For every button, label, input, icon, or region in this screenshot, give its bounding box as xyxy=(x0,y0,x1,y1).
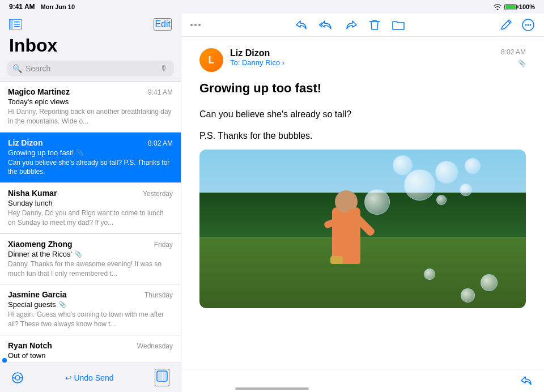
email-subject-row: Growing up too fast! 📎 xyxy=(8,148,173,157)
svg-point-15 xyxy=(530,24,532,26)
email-subject-row: Sunday lunch xyxy=(8,199,173,207)
search-placeholder: Search xyxy=(26,64,157,73)
email-subject: Sunday lunch xyxy=(8,199,53,207)
to-label: To: xyxy=(230,58,240,67)
svg-rect-0 xyxy=(9,19,13,29)
email-time: 8:02 AM xyxy=(148,139,173,147)
email-time-detail: 8:02 AM xyxy=(501,48,526,56)
forward-button[interactable] xyxy=(345,19,358,31)
email-preview: Hi Danny, Reporting back on another brea… xyxy=(8,107,173,126)
detail-toolbar-left xyxy=(295,19,405,31)
email-item-header: Xiaomeng Zhong Friday xyxy=(8,240,173,249)
email-sender: Magico Martinez xyxy=(8,87,70,96)
trash-icon xyxy=(369,19,380,31)
app-container: Edit Inbox 🔍 Search 🎙 Magico Martinez 9:… xyxy=(0,14,544,392)
email-list-item[interactable]: Jasmine Garcia Thursday Special guests 📎… xyxy=(0,284,181,335)
email-subject: Out of town xyxy=(8,351,45,360)
reply-all-icon xyxy=(319,19,334,31)
email-sender: Jasmine Garcia xyxy=(8,290,67,299)
email-subject-row: Out of town xyxy=(8,351,173,360)
email-preview: Hi again. Guess who's coming to town wit… xyxy=(8,310,173,329)
email-subject: Special guests xyxy=(8,300,56,309)
detail-panel: L Liz Dizon To: Danny Rico › 8:02 AM 📎 G… xyxy=(181,14,544,392)
svg-point-14 xyxy=(528,24,529,26)
sidebar-icon xyxy=(9,19,22,29)
svg-point-13 xyxy=(525,24,527,26)
more-options-button[interactable] xyxy=(521,18,535,32)
email-list-item[interactable]: Nisha Kumar Yesterday Sunday lunch Hey D… xyxy=(0,183,181,234)
compose-button[interactable] xyxy=(155,369,169,386)
move-to-folder-button[interactable] xyxy=(392,19,405,31)
svg-rect-3 xyxy=(14,24,20,25)
inbox-panel: Edit Inbox 🔍 Search 🎙 Magico Martinez 9:… xyxy=(0,14,181,392)
svg-rect-2 xyxy=(14,22,20,23)
reply-button[interactable] xyxy=(295,19,308,31)
email-body-paragraph-2: P.S. Thanks for the bubbles. xyxy=(199,129,526,143)
email-subject: Growing up too fast! xyxy=(8,148,74,157)
edit-button[interactable]: Edit xyxy=(154,18,172,31)
to-recipient[interactable]: Danny Rico › xyxy=(242,58,284,67)
email-preview: Danny, Thanks for the awesome evening! I… xyxy=(8,259,173,279)
email-list: Magico Martinez 9:41 AM Today's epic vie… xyxy=(0,81,181,363)
email-subject-row: Dinner at the Ricos' 📎 xyxy=(8,250,173,258)
search-bar[interactable]: 🔍 Search 🎙 xyxy=(7,61,174,76)
search-icon: 🔍 xyxy=(12,64,22,73)
detail-reply-icon xyxy=(520,375,533,386)
status-bar: 9:41 AM Mon Jun 10 100% xyxy=(0,0,544,14)
reply-icon xyxy=(295,19,308,31)
inbox-title: Inbox xyxy=(0,33,181,61)
attachment-icon: 📎 xyxy=(74,250,82,258)
filter-icon xyxy=(11,372,24,384)
detail-toolbar-right xyxy=(500,18,535,32)
email-time: 9:41 AM xyxy=(148,88,173,96)
svg-rect-11 xyxy=(163,372,166,380)
attachment-clip-icon: 📎 xyxy=(518,59,526,67)
battery-percent: 100% xyxy=(519,3,535,10)
svg-point-6 xyxy=(15,376,20,380)
email-subject: Today's epic views xyxy=(8,97,69,106)
email-time: Wednesday xyxy=(137,342,173,350)
new-compose-button[interactable] xyxy=(500,19,512,31)
status-date: Mon Jun 10 xyxy=(41,3,75,10)
sender-avatar: L xyxy=(199,48,223,72)
undo-send-button[interactable]: ↩ Undo Send xyxy=(65,373,114,382)
email-item-header: Magico Martinez 9:41 AM xyxy=(8,87,173,96)
sidebar-toggle-button[interactable] xyxy=(9,19,22,29)
email-list-item[interactable]: Liz Dizon 8:02 AM Growing up too fast! 📎… xyxy=(0,133,181,184)
email-item-header: Jasmine Garcia Thursday xyxy=(8,290,173,299)
attachment-icon: 📎 xyxy=(76,149,84,156)
mic-icon[interactable]: 🎙 xyxy=(160,64,168,73)
email-preview: Hey Danny, Do you and Rigo want to come … xyxy=(8,208,173,228)
email-subject-row: Special guests 📎 xyxy=(8,300,173,309)
email-subject-row: Today's epic views xyxy=(8,97,173,106)
status-right: 100% xyxy=(493,3,535,10)
dots-indicator xyxy=(190,24,201,26)
email-list-item[interactable]: Magico Martinez 9:41 AM Today's epic vie… xyxy=(0,81,181,133)
inbox-toolbar: Edit xyxy=(0,14,181,33)
reply-all-button[interactable] xyxy=(319,19,334,31)
email-preview: Howdy, neighbor. Just wanted to drop a q… xyxy=(8,361,173,363)
email-header-section: L Liz Dizon To: Danny Rico › 8:02 AM 📎 xyxy=(199,48,526,72)
inbox-bottom-bar: ↩ Undo Send xyxy=(0,363,181,392)
email-body-paragraph-1: Can you believe she's already so tall? xyxy=(199,107,526,122)
forward-icon xyxy=(345,19,358,31)
unread-dot xyxy=(2,358,7,363)
detail-toolbar xyxy=(181,14,544,37)
email-item-header: Liz Dizon 8:02 AM xyxy=(8,138,173,147)
new-compose-icon xyxy=(500,19,512,31)
email-list-item[interactable]: Xiaomeng Zhong Friday Dinner at the Rico… xyxy=(0,234,181,285)
filter-button[interactable] xyxy=(11,372,24,384)
email-preview: Can you believe she's already so tall? P… xyxy=(8,158,173,177)
detail-content: L Liz Dizon To: Danny Rico › 8:02 AM 📎 G… xyxy=(181,37,544,369)
detail-reply-button[interactable] xyxy=(520,375,533,386)
email-subject-detail: Growing up too fast! xyxy=(199,81,526,96)
attachment-icon: 📎 xyxy=(58,301,66,308)
email-photo xyxy=(199,150,526,308)
email-item-header: Ryan Notch Wednesday xyxy=(8,341,173,350)
home-indicator xyxy=(235,387,309,390)
svg-rect-10 xyxy=(158,372,162,380)
sender-info: Liz Dizon To: Danny Rico › xyxy=(230,48,494,67)
trash-button[interactable] xyxy=(369,19,380,31)
email-list-item[interactable]: Ryan Notch Wednesday Out of town Howdy, … xyxy=(0,335,181,363)
email-time: Thursday xyxy=(144,291,173,299)
